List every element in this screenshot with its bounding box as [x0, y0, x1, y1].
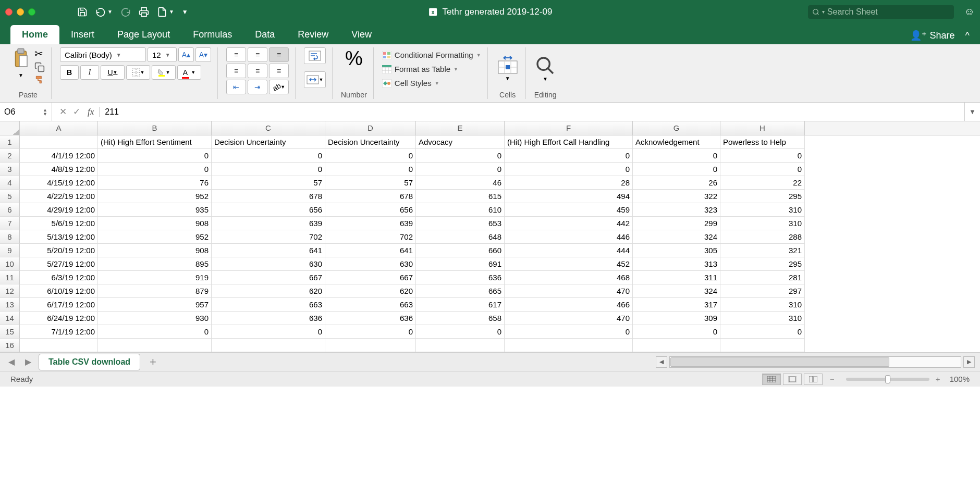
cell-A6[interactable]: 4/29/19 12:00	[20, 203, 98, 217]
row-header-2[interactable]: 2	[0, 149, 20, 163]
column-header-D[interactable]: D	[325, 121, 416, 135]
cell-C10[interactable]: 630	[212, 257, 325, 271]
cut-icon[interactable]: ✂	[34, 47, 45, 60]
cell-D10[interactable]: 630	[325, 257, 416, 271]
cell-D12[interactable]: 620	[325, 284, 416, 298]
cell-A11[interactable]: 6/3/19 12:00	[20, 271, 98, 284]
cell-G8[interactable]: 324	[633, 230, 720, 244]
copy-icon[interactable]	[34, 62, 45, 72]
zoom-out-button[interactable]: −	[830, 375, 835, 383]
row-header-5[interactable]: 5	[0, 190, 20, 203]
cell-G10[interactable]: 313	[633, 257, 720, 271]
cell-D3[interactable]: 0	[325, 163, 416, 176]
cell-E8[interactable]: 648	[416, 230, 505, 244]
orientation-button[interactable]: ab▼	[269, 80, 289, 94]
cell-H6[interactable]: 310	[720, 203, 805, 217]
cell-B2[interactable]: 0	[98, 149, 212, 163]
cell-A1[interactable]	[20, 135, 98, 149]
cell-H16[interactable]	[720, 339, 805, 352]
underline-button[interactable]: U ▼	[101, 65, 125, 80]
cell-F9[interactable]: 444	[505, 244, 633, 257]
row-header-12[interactable]: 12	[0, 284, 20, 298]
row-header-13[interactable]: 13	[0, 298, 20, 312]
align-mid-center[interactable]: ≡	[248, 64, 267, 78]
format-painter-icon[interactable]	[34, 74, 45, 85]
cell-E9[interactable]: 660	[416, 244, 505, 257]
cell-D16[interactable]	[325, 339, 416, 352]
cell-E10[interactable]: 691	[416, 257, 505, 271]
cell-F15[interactable]: 0	[505, 325, 633, 339]
close-window-button[interactable]	[5, 8, 13, 16]
horizontal-scrollbar[interactable]: ◀ ▶	[656, 356, 975, 368]
italic-button[interactable]: I	[80, 65, 99, 80]
cell-C4[interactable]: 57	[212, 176, 325, 190]
format-as-table-button[interactable]: Format as Table ▼	[382, 64, 481, 74]
minimize-window-button[interactable]	[17, 8, 24, 16]
cell-B11[interactable]: 919	[98, 271, 212, 284]
expand-formula-bar[interactable]: ▼	[964, 103, 980, 121]
cell-A16[interactable]	[20, 339, 98, 352]
cell-C8[interactable]: 702	[212, 230, 325, 244]
tab-home[interactable]: Home	[10, 25, 59, 44]
cell-B9[interactable]: 908	[98, 244, 212, 257]
cell-B4[interactable]: 76	[98, 176, 212, 190]
tab-review[interactable]: Review	[286, 25, 340, 44]
cell-F16[interactable]	[505, 339, 633, 352]
hscroll-track[interactable]	[669, 356, 961, 368]
maximize-window-button[interactable]	[28, 8, 35, 16]
column-header-B[interactable]: B	[98, 121, 212, 135]
cell-C2[interactable]: 0	[212, 149, 325, 163]
cell-H12[interactable]: 297	[720, 284, 805, 298]
zoom-level[interactable]: 100%	[950, 375, 970, 383]
cell-E11[interactable]: 636	[416, 271, 505, 284]
row-header-3[interactable]: 3	[0, 163, 20, 176]
cell-D14[interactable]: 636	[325, 312, 416, 325]
find-icon[interactable]	[535, 55, 556, 76]
cell-D9[interactable]: 641	[325, 244, 416, 257]
accept-formula-icon[interactable]: ✓	[73, 106, 80, 117]
cell-C12[interactable]: 620	[212, 284, 325, 298]
increase-font-button[interactable]: A▴	[178, 47, 194, 62]
cell-E14[interactable]: 658	[416, 312, 505, 325]
zoom-thumb[interactable]	[885, 375, 890, 383]
cancel-formula-icon[interactable]: ✕	[59, 106, 67, 117]
cell-D1[interactable]: Decision Uncertainty	[325, 135, 416, 149]
cell-E1[interactable]: Advocacy	[416, 135, 505, 149]
cell-E15[interactable]: 0	[416, 325, 505, 339]
hscroll-left[interactable]: ◀	[656, 356, 667, 368]
cell-E6[interactable]: 610	[416, 203, 505, 217]
share-button[interactable]: 👤⁺ Share	[910, 30, 954, 41]
cell-B14[interactable]: 930	[98, 312, 212, 325]
cell-A5[interactable]: 4/22/19 12:00	[20, 190, 98, 203]
cell-D13[interactable]: 663	[325, 298, 416, 312]
qat-customize-icon[interactable]: ▼	[182, 8, 188, 16]
search-input[interactable]	[827, 7, 950, 17]
conditional-formatting-button[interactable]: Conditional Formatting ▼	[382, 49, 481, 60]
cell-D7[interactable]: 639	[325, 217, 416, 230]
cell-B16[interactable]	[98, 339, 212, 352]
column-header-E[interactable]: E	[416, 121, 505, 135]
cell-C11[interactable]: 667	[212, 271, 325, 284]
zoom-in-button[interactable]: +	[936, 375, 940, 383]
decrease-font-button[interactable]: A▾	[195, 47, 211, 62]
cell-G15[interactable]: 0	[633, 325, 720, 339]
cells-icon[interactable]	[496, 56, 519, 76]
cell-F2[interactable]: 0	[505, 149, 633, 163]
align-top-left[interactable]: ≡	[226, 47, 246, 62]
row-header-8[interactable]: 8	[0, 230, 20, 244]
sheet-tab-active[interactable]: Table CSV download	[39, 354, 140, 370]
cell-F1[interactable]: (Hit) High Effort Call Handling	[505, 135, 633, 149]
cell-G1[interactable]: Acknowledgement	[633, 135, 720, 149]
cell-H10[interactable]: 295	[720, 257, 805, 271]
search-box[interactable]: ▾	[808, 5, 954, 19]
cell-A9[interactable]: 5/20/19 12:00	[20, 244, 98, 257]
cell-G14[interactable]: 309	[633, 312, 720, 325]
cell-H14[interactable]: 310	[720, 312, 805, 325]
cell-G16[interactable]	[633, 339, 720, 352]
cell-E12[interactable]: 665	[416, 284, 505, 298]
cell-F3[interactable]: 0	[505, 163, 633, 176]
cell-G11[interactable]: 311	[633, 271, 720, 284]
cell-H4[interactable]: 22	[720, 176, 805, 190]
cell-A4[interactable]: 4/15/19 12:00	[20, 176, 98, 190]
redo-button[interactable]	[120, 7, 131, 17]
